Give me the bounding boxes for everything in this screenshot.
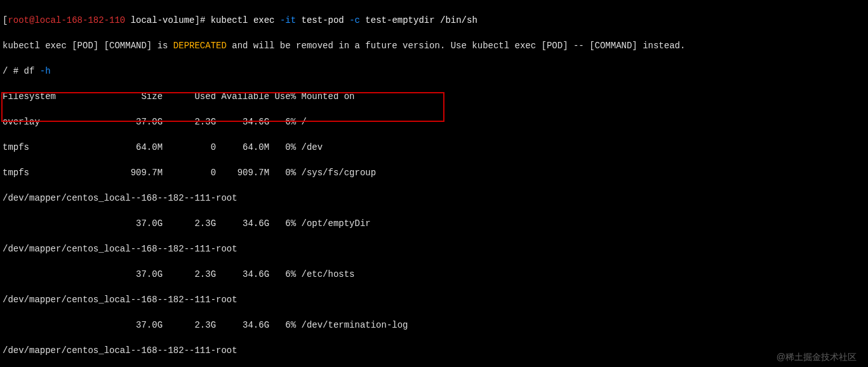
- df-row: 37.0G 2.3G 34.6G 6% /opt/emptyDir: [3, 217, 865, 230]
- deprecated-line: kubectl exec [POD] [COMMAND] is DEPRECAT…: [3, 39, 865, 52]
- df-row: 37.0G 2.3G 34.6G 6% /etc/hosts: [3, 268, 865, 281]
- prompt-path: local-volume: [131, 15, 195, 25]
- flag-text: -h: [40, 66, 51, 76]
- cmd-text: kubectl exec: [211, 15, 280, 25]
- df-row: 37.0G 2.3G 34.6G 6% /dev/termination-log: [3, 319, 865, 331]
- df-row: /dev/mapper/centos_local--168--182--111-…: [3, 344, 865, 357]
- flag-text: -it: [280, 15, 296, 25]
- text: [125, 15, 130, 25]
- df-row: /dev/mapper/centos_local--168--182--111-…: [3, 293, 865, 306]
- prompt-line-1: [root@local-168-182-110 local-volume]# k…: [3, 14, 865, 27]
- df-row: overlay 37.0G 2.3G 34.6G 6% /: [3, 116, 865, 128]
- flag-text: -c: [349, 15, 360, 25]
- terminal-output[interactable]: [root@local-168-182-110 local-volume]# k…: [0, 0, 868, 367]
- watermark-text: @稀土掘金技术社区: [777, 350, 857, 363]
- deprecated-word: DEPRECATED: [173, 41, 227, 51]
- text: and will be removed in a future version.…: [227, 41, 686, 51]
- cmd-text: test-emptydir /bin/sh: [360, 15, 477, 25]
- df-row: tmpfs 64.0M 0 64.0M 0% /dev: [3, 141, 865, 154]
- prompt-user: root@local-168-182-110: [8, 15, 125, 25]
- text: / # df: [3, 66, 40, 76]
- text: ]#: [194, 15, 210, 25]
- text: kubectl exec [POD] [COMMAND] is: [3, 41, 173, 51]
- prompt-line-2: / # df -h: [3, 65, 865, 77]
- df-row: tmpfs 909.7M 0 909.7M 0% /sys/fs/cgroup: [3, 166, 865, 179]
- df-header: Filesystem Size Used Available Use% Moun…: [3, 90, 865, 103]
- df-row: /dev/mapper/centos_local--168--182--111-…: [3, 243, 865, 255]
- df-row: /dev/mapper/centos_local--168--182--111-…: [3, 192, 865, 204]
- cmd-text: test-pod: [296, 15, 349, 25]
